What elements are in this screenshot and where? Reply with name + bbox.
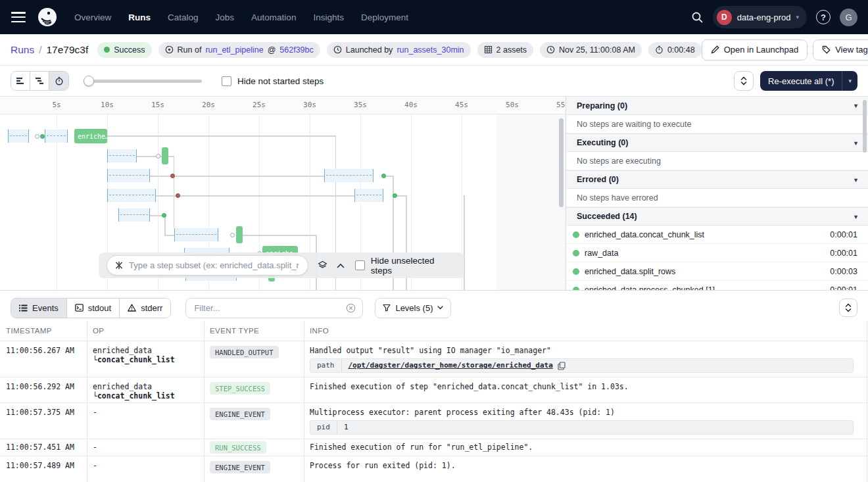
gantt-waiting-bar[interactable] [118,208,150,222]
step-row[interactable]: raw_data 0:00:01 [566,244,868,262]
view-tags-config-button[interactable]: View tags and config [813,39,868,60]
gantt-waiting-bar[interactable] [8,130,29,143]
clear-filter-icon[interactable] [346,303,356,313]
breadcrumb-runs-link[interactable]: Runs [11,44,34,56]
dagster-logo-icon[interactable] [37,7,57,27]
layers-icon[interactable] [318,260,327,270]
nav-item-catalog[interactable]: Catalog [168,12,199,22]
hide-unselected-checkbox[interactable] [355,260,365,270]
nav-item-automation[interactable]: Automation [251,12,296,22]
open-in-launchpad-button[interactable]: Open in Launchpad [702,39,808,60]
storage-path-link[interactable]: /opt/dagster/dagster_home/storage/enrich… [349,361,553,370]
column-divider [867,321,867,482]
section-executing[interactable]: Executing (0) ▾ [566,133,868,152]
step-subset-input[interactable] [128,260,300,271]
run-tags: Success Run of run_etl_pipeline @ 562f39… [97,42,701,58]
chevron-up-icon[interactable] [337,263,345,268]
expand-log-panel-button[interactable] [839,299,857,317]
gantt-step-bar[interactable]: enriche… [74,129,107,143]
log-row[interactable]: 11:00:57.375 AM - ENGINE_EVENT Multiproc… [0,403,868,439]
gantt-waiting-bar[interactable] [354,189,384,202]
gantt-step-bar[interactable] [162,147,168,164]
success-dot-icon [573,231,579,238]
nav-item-overview[interactable]: Overview [74,12,111,22]
gantt-step-marker[interactable] [230,233,235,237]
column-divider [87,321,87,482]
clock-icon [333,45,342,54]
levels-filter-button[interactable]: Levels (5) [375,298,451,318]
log-row[interactable]: 11:00:56.292 AM enriched_data └concat_ch… [0,377,868,403]
gantt-step-marker[interactable] [35,134,39,139]
gantt-step-marker[interactable] [156,154,160,158]
metadata-key: pid [310,421,337,434]
gantt-step-marker[interactable] [162,213,166,218]
nav-right-cluster: D data-eng-prod ▾ ? G [691,6,857,28]
section-succeeded[interactable]: Succeeded (14) ▾ [566,207,868,226]
reexecute-dropdown-caret[interactable]: ▾ [842,71,857,91]
workspace-switcher[interactable]: D data-eng-prod ▾ [713,6,807,28]
expand-collapse-panel-button[interactable] [734,71,754,91]
gantt-step-bar[interactable] [236,226,243,243]
tab-stderr[interactable]: stderr [120,299,170,318]
log-filter-input[interactable] [193,302,346,314]
duration-tag: 0:00:48 [648,42,702,58]
gantt-waiting-bar[interactable] [174,228,219,241]
step-duration: 0:00:01 [830,230,857,239]
help-icon[interactable]: ? [816,10,831,24]
code-version-link[interactable]: 562f39bc [279,45,313,55]
step-row[interactable]: enriched_data.concat_chunk_list 0:00:01 [566,226,868,244]
log-timestamp: 11:00:56.292 AM [0,377,87,402]
gantt-waiting-bar[interactable] [107,189,156,202]
log-row[interactable]: 11:00:57.451 AM - RUN_SUCCESS Finished e… [0,439,868,456]
gantt-step-marker[interactable] [381,174,386,178]
chevron-down-icon: ▾ [796,14,799,20]
user-avatar[interactable]: G [840,9,857,26]
success-dot-icon [573,268,579,275]
gantt-vertical-scrollbar[interactable] [559,118,564,207]
gantt-step-marker[interactable] [170,174,175,178]
slider-knob[interactable] [84,76,94,86]
log-row[interactable]: 11:00:56.267 AM enriched_data └concat_ch… [0,341,868,377]
section-executing-title: Executing (0) [577,138,629,147]
run-header: Runs / 17e79c3f Success Run of run_etl_p… [0,34,868,66]
schedule-link[interactable]: run_assets_30min [397,45,464,55]
waterfall-view-button[interactable] [30,72,49,90]
pencil-icon [711,45,719,54]
nav-item-insights[interactable]: Insights [313,12,344,22]
event-type-badge: HANDLED_OUTPUT [210,346,279,358]
run-header-actions: Open in Launchpad View tags and config [702,39,868,60]
sidebar-scrollbar[interactable] [863,100,867,153]
gantt-waiting-bar[interactable] [107,149,137,162]
tab-stdout[interactable]: stdout [67,299,120,318]
hide-not-started-checkbox[interactable] [222,76,231,86]
section-preparing[interactable]: Preparing (0) ▾ [566,97,868,115]
search-icon[interactable] [691,11,704,24]
step-name: enriched_data.concat_chunk_list [585,230,704,239]
gantt-zoom-slider[interactable] [84,76,202,86]
log-row[interactable]: 11:00:57.489 AM - ENGINE_EVENT Process f… [0,456,868,482]
timed-view-button[interactable] [49,72,68,90]
flat-view-button[interactable] [11,72,30,90]
gantt-step-marker[interactable] [393,193,397,198]
step-row[interactable]: enriched_data.split_rows 0:00:03 [566,262,868,281]
reexecute-all-button[interactable]: Re-execute all (*) ▾ [760,71,857,91]
tab-events[interactable]: Events [11,299,67,318]
assets-tag[interactable]: 2 assets [477,42,534,58]
gantt-waiting-bar[interactable] [324,169,374,182]
gantt-toolbar: Hide not started steps Re-execute all (*… [0,66,868,97]
slider-track [84,80,202,83]
copy-icon[interactable] [558,362,566,370]
breadcrumb-run-id: 17e79c3f [47,44,89,56]
job-link[interactable]: run_etl_pipeline [205,45,263,55]
step-row[interactable]: enriched_data.process_chunked [1] 0:00:0… [566,281,868,290]
hamburger-menu-icon[interactable] [11,12,26,22]
gantt-waiting-bar[interactable] [45,130,68,143]
nav-item-deployment[interactable]: Deployment [361,12,408,22]
chevron-down-icon [437,306,443,310]
nav-item-runs[interactable]: Runs [128,12,151,22]
gantt-waiting-bar[interactable] [107,169,150,182]
gantt-step-marker[interactable] [176,193,180,198]
section-errored[interactable]: Errored (0) ▾ [566,170,868,189]
gantt-step-marker[interactable] [40,134,45,139]
nav-item-jobs[interactable]: Jobs [216,12,235,22]
